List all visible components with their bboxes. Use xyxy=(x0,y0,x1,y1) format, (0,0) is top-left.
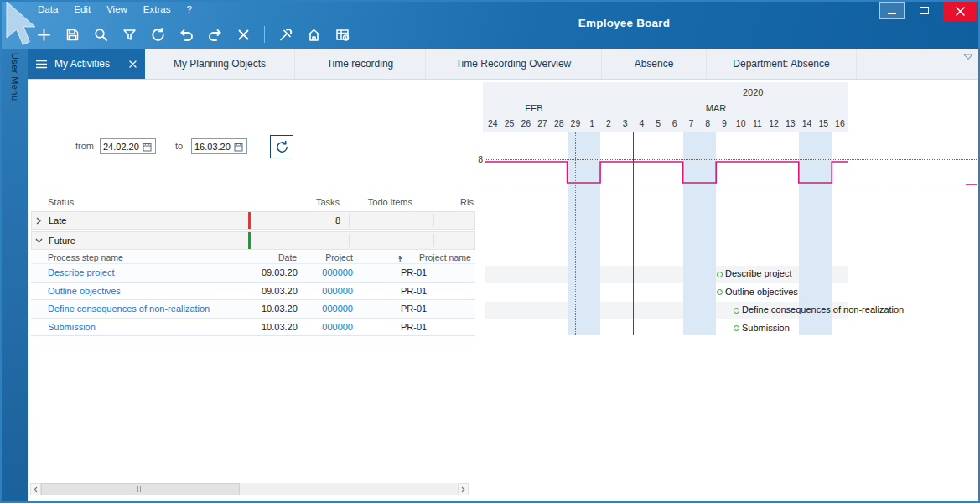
tab-time-recording-overview[interactable]: Time Recording Overview xyxy=(426,49,602,79)
maximize-button[interactable] xyxy=(910,2,937,19)
filter-icon xyxy=(122,27,137,43)
project-link[interactable]: 000000 xyxy=(294,286,353,296)
close-button[interactable] xyxy=(943,2,977,21)
menu-help[interactable]: ? xyxy=(186,4,191,14)
scroll-right-button[interactable] xyxy=(458,483,469,495)
from-date-input[interactable] xyxy=(103,142,143,152)
column-project-name[interactable]: Project name xyxy=(419,252,471,262)
milestone-marker[interactable] xyxy=(717,272,723,277)
group-row-late[interactable]: Late 8 xyxy=(31,211,475,230)
planning-board-icon xyxy=(334,27,350,43)
delete-button[interactable] xyxy=(233,23,254,45)
column-todo-items[interactable]: Todo items xyxy=(348,197,412,207)
milestone-marker[interactable] xyxy=(734,308,739,314)
date-cell: 10.03.20 xyxy=(262,303,298,314)
tab-label: My Activities xyxy=(54,58,122,70)
table-row[interactable]: Describe project 09.03.20 000000 PR-01 xyxy=(31,264,475,283)
today-line xyxy=(575,132,576,335)
maximize-icon xyxy=(920,7,929,14)
minimize-button[interactable] xyxy=(879,2,905,19)
menu-data[interactable]: Data xyxy=(38,4,58,14)
user-menu-strip[interactable]: User Menu xyxy=(2,49,28,501)
process-step-link[interactable]: Define consequences of non-realization xyxy=(48,303,210,314)
gantt-pane: 2020 FEB MAR 24 25 26 27 28 29 1 2 3 4 5… xyxy=(475,80,978,501)
filter-button[interactable] xyxy=(119,23,140,45)
table-row[interactable]: Outline objectives 09.03.20 000000 PR-01 xyxy=(31,283,475,301)
tab-close-icon[interactable] xyxy=(129,60,137,68)
to-date-input[interactable] xyxy=(194,142,234,152)
tab-label: My Planning Objects xyxy=(174,58,266,70)
calendar-icon[interactable] xyxy=(143,142,152,152)
search-button[interactable] xyxy=(91,23,111,45)
day-tick: 16 xyxy=(832,118,848,128)
status-color-bar xyxy=(248,232,251,249)
save-icon xyxy=(65,27,80,43)
menu-extras[interactable]: Extras xyxy=(143,4,171,14)
tab-department-absence[interactable]: Department: Absence xyxy=(707,49,857,79)
refresh-icon xyxy=(275,140,289,154)
sort-ascending-icon: ▲ xyxy=(397,254,403,260)
milestone-marker[interactable] xyxy=(734,325,739,331)
project-link[interactable]: 000000 xyxy=(294,322,353,332)
tools-button[interactable] xyxy=(275,23,296,45)
close-icon xyxy=(956,7,965,16)
month-label-feb: FEB xyxy=(525,103,542,113)
project-link[interactable]: 000000 xyxy=(294,267,353,277)
horizontal-scrollbar-track[interactable] xyxy=(41,483,458,495)
process-step-link[interactable]: Describe project xyxy=(48,267,114,277)
menu-bar: Data Edit View Extras ? xyxy=(38,4,192,14)
column-status[interactable]: Status xyxy=(48,197,74,207)
table-row[interactable]: Define consequences of non-realization 1… xyxy=(31,300,475,319)
horizontal-scrollbar-thumb[interactable] xyxy=(41,483,240,495)
date-cell: 09.03.20 xyxy=(262,267,298,277)
planning-board-button[interactable] xyxy=(332,23,353,45)
column-tasks[interactable]: Tasks xyxy=(251,197,340,207)
undo-button[interactable] xyxy=(176,23,197,45)
grip-icon xyxy=(137,486,138,492)
column-risks[interactable]: Ris xyxy=(460,197,474,207)
refresh-button[interactable] xyxy=(148,23,169,45)
milestone-marker[interactable] xyxy=(717,289,723,295)
date-cell: 09.03.20 xyxy=(262,286,298,296)
project-name-cell: PR-01 xyxy=(401,303,427,314)
window-header: Data Edit View Extras ? Employee Board xyxy=(0,0,980,49)
tab-my-planning-objects[interactable]: My Planning Objects xyxy=(145,49,295,79)
process-step-link[interactable]: Outline objectives xyxy=(48,286,121,296)
redo-button[interactable] xyxy=(205,23,226,45)
scroll-left-button[interactable] xyxy=(30,483,41,495)
chevron-left-icon xyxy=(34,486,38,493)
expander-expanded-icon[interactable] xyxy=(35,237,43,244)
tab-overflow-chevron-icon[interactable] xyxy=(963,54,973,60)
minimize-icon xyxy=(888,13,896,14)
expander-collapsed-icon[interactable] xyxy=(35,217,42,225)
add-button[interactable] xyxy=(34,23,54,45)
column-project[interactable]: Project xyxy=(294,252,353,262)
tab-label: Time recording xyxy=(327,58,394,70)
toolbar xyxy=(34,23,353,45)
group-row-future[interactable]: Future xyxy=(31,231,475,250)
refresh-icon xyxy=(150,27,166,43)
cell-separator xyxy=(349,214,350,227)
save-button[interactable] xyxy=(62,23,83,45)
menu-view[interactable]: View xyxy=(106,4,127,14)
day-tick: 1 xyxy=(583,118,600,128)
menu-edit[interactable]: Edit xyxy=(74,4,91,14)
column-process-step-name[interactable]: Process step name xyxy=(48,252,123,262)
tab-my-activities[interactable]: My Activities xyxy=(28,49,145,79)
day-tick: 24 xyxy=(485,118,501,128)
month-label-mar: MAR xyxy=(706,103,726,113)
day-tick: 13 xyxy=(782,118,799,128)
home-button[interactable] xyxy=(303,23,324,45)
apply-range-refresh-button[interactable] xyxy=(270,135,293,158)
milestone-label: Define consequences of non-realization xyxy=(742,304,904,314)
day-tick: 9 xyxy=(716,118,733,128)
tab-absence[interactable]: Absence xyxy=(602,49,707,79)
hamburger-icon[interactable] xyxy=(36,60,47,69)
project-link[interactable]: 000000 xyxy=(294,303,353,314)
calendar-icon[interactable] xyxy=(234,142,243,152)
process-step-link[interactable]: Submission xyxy=(48,322,96,332)
table-row[interactable]: Submission 10.03.20 000000 PR-01 xyxy=(31,319,475,337)
window-title: Employee Board xyxy=(277,17,972,29)
tab-time-recording[interactable]: Time recording xyxy=(295,49,426,79)
tools-icon xyxy=(277,27,293,43)
